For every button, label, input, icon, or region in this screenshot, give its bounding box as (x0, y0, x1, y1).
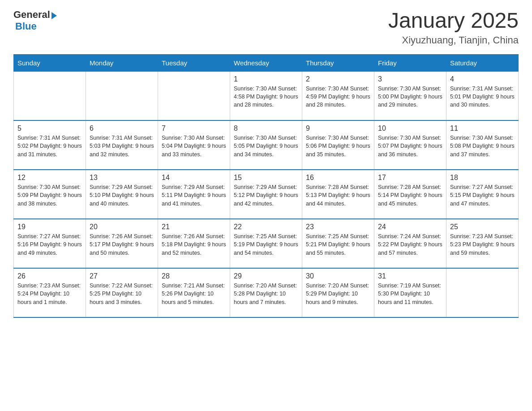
calendar-cell: 3Sunrise: 7:30 AM Sunset: 5:00 PM Daylig… (374, 71, 446, 120)
col-header-saturday: Saturday (446, 54, 519, 71)
calendar-cell: 5Sunrise: 7:31 AM Sunset: 5:02 PM Daylig… (14, 120, 86, 170)
logo-arrow-icon (51, 12, 57, 19)
day-number: 13 (90, 174, 154, 182)
calendar-week-row: 26Sunrise: 7:23 AM Sunset: 5:24 PM Dayli… (14, 268, 519, 317)
calendar-cell: 8Sunrise: 7:30 AM Sunset: 5:05 PM Daylig… (230, 120, 302, 170)
day-info: Sunrise: 7:30 AM Sunset: 5:07 PM Dayligh… (378, 134, 442, 158)
calendar-cell: 1Sunrise: 7:30 AM Sunset: 4:58 PM Daylig… (230, 71, 302, 120)
calendar-week-row: 19Sunrise: 7:27 AM Sunset: 5:16 PM Dayli… (14, 219, 519, 268)
day-number: 16 (306, 174, 370, 182)
calendar-header-row: SundayMondayTuesdayWednesdayThursdayFrid… (14, 54, 519, 71)
day-number: 19 (17, 223, 82, 231)
calendar-week-row: 1Sunrise: 7:30 AM Sunset: 4:58 PM Daylig… (14, 71, 519, 120)
calendar-cell: 22Sunrise: 7:25 AM Sunset: 5:19 PM Dayli… (230, 219, 302, 268)
page-header: General Blue January 2025 Xiyuzhuang, Ti… (13, 9, 519, 46)
day-info: Sunrise: 7:31 AM Sunset: 5:03 PM Dayligh… (90, 134, 154, 158)
day-number: 28 (162, 272, 226, 280)
day-number: 8 (234, 124, 298, 133)
logo-blue-text: Blue (15, 21, 37, 32)
calendar-cell: 6Sunrise: 7:31 AM Sunset: 5:03 PM Daylig… (86, 120, 158, 170)
day-info: Sunrise: 7:22 AM Sunset: 5:25 PM Dayligh… (90, 282, 154, 306)
calendar-cell (86, 71, 158, 120)
day-number: 12 (17, 174, 82, 182)
day-info: Sunrise: 7:30 AM Sunset: 5:05 PM Dayligh… (234, 134, 298, 158)
calendar-cell: 9Sunrise: 7:30 AM Sunset: 5:06 PM Daylig… (302, 120, 374, 170)
day-info: Sunrise: 7:30 AM Sunset: 5:04 PM Dayligh… (162, 134, 226, 158)
day-info: Sunrise: 7:30 AM Sunset: 5:08 PM Dayligh… (450, 134, 515, 158)
day-info: Sunrise: 7:29 AM Sunset: 5:11 PM Dayligh… (162, 183, 226, 207)
day-number: 26 (17, 272, 82, 280)
calendar-cell: 15Sunrise: 7:29 AM Sunset: 5:12 PM Dayli… (230, 170, 302, 219)
calendar-cell: 28Sunrise: 7:21 AM Sunset: 5:26 PM Dayli… (158, 268, 230, 317)
day-info: Sunrise: 7:23 AM Sunset: 5:24 PM Dayligh… (17, 282, 82, 306)
day-number: 22 (234, 223, 298, 231)
calendar-cell: 31Sunrise: 7:19 AM Sunset: 5:30 PM Dayli… (374, 268, 446, 317)
day-info: Sunrise: 7:23 AM Sunset: 5:23 PM Dayligh… (450, 232, 515, 257)
calendar-cell: 20Sunrise: 7:26 AM Sunset: 5:17 PM Dayli… (86, 219, 158, 268)
col-header-wednesday: Wednesday (230, 54, 302, 71)
calendar-cell: 30Sunrise: 7:20 AM Sunset: 5:29 PM Dayli… (302, 268, 374, 317)
day-number: 10 (378, 124, 442, 133)
day-info: Sunrise: 7:25 AM Sunset: 5:19 PM Dayligh… (234, 232, 298, 257)
day-number: 31 (378, 272, 442, 280)
logo: General Blue (13, 9, 57, 32)
calendar-cell: 26Sunrise: 7:23 AM Sunset: 5:24 PM Dayli… (14, 268, 86, 317)
day-number: 4 (450, 75, 515, 83)
day-info: Sunrise: 7:29 AM Sunset: 5:12 PM Dayligh… (234, 183, 298, 207)
day-info: Sunrise: 7:31 AM Sunset: 5:01 PM Dayligh… (450, 85, 515, 109)
day-info: Sunrise: 7:26 AM Sunset: 5:18 PM Dayligh… (162, 232, 226, 257)
calendar-cell: 10Sunrise: 7:30 AM Sunset: 5:07 PM Dayli… (374, 120, 446, 170)
calendar-cell: 14Sunrise: 7:29 AM Sunset: 5:11 PM Dayli… (158, 170, 230, 219)
day-info: Sunrise: 7:19 AM Sunset: 5:30 PM Dayligh… (378, 282, 442, 306)
calendar-cell: 11Sunrise: 7:30 AM Sunset: 5:08 PM Dayli… (446, 120, 519, 170)
day-info: Sunrise: 7:30 AM Sunset: 5:09 PM Dayligh… (17, 183, 82, 207)
col-header-tuesday: Tuesday (158, 54, 230, 71)
calendar-cell (446, 268, 519, 317)
day-info: Sunrise: 7:30 AM Sunset: 4:58 PM Dayligh… (234, 85, 298, 109)
col-header-thursday: Thursday (302, 54, 374, 71)
calendar-cell: 27Sunrise: 7:22 AM Sunset: 5:25 PM Dayli… (86, 268, 158, 317)
calendar-cell: 7Sunrise: 7:30 AM Sunset: 5:04 PM Daylig… (158, 120, 230, 170)
day-info: Sunrise: 7:30 AM Sunset: 4:59 PM Dayligh… (306, 85, 370, 109)
day-number: 15 (234, 174, 298, 182)
day-number: 2 (306, 75, 370, 83)
day-info: Sunrise: 7:25 AM Sunset: 5:21 PM Dayligh… (306, 232, 370, 257)
title-block: January 2025 Xiyuzhuang, Tianjin, China (388, 9, 519, 46)
calendar-cell (14, 71, 86, 120)
day-number: 14 (162, 174, 226, 182)
day-number: 9 (306, 124, 370, 133)
day-info: Sunrise: 7:30 AM Sunset: 5:00 PM Dayligh… (378, 85, 442, 109)
day-number: 21 (162, 223, 226, 231)
day-number: 23 (306, 223, 370, 231)
col-header-friday: Friday (374, 54, 446, 71)
day-info: Sunrise: 7:24 AM Sunset: 5:22 PM Dayligh… (378, 232, 442, 257)
day-number: 5 (17, 124, 82, 133)
day-number: 18 (450, 174, 515, 182)
logo-general-text: General (13, 9, 50, 21)
day-number: 11 (450, 124, 515, 133)
calendar-title: January 2025 (388, 9, 519, 33)
calendar-cell: 23Sunrise: 7:25 AM Sunset: 5:21 PM Dayli… (302, 219, 374, 268)
calendar-cell: 4Sunrise: 7:31 AM Sunset: 5:01 PM Daylig… (446, 71, 519, 120)
day-number: 24 (378, 223, 442, 231)
day-number: 17 (378, 174, 442, 182)
calendar-cell (158, 71, 230, 120)
day-info: Sunrise: 7:28 AM Sunset: 5:14 PM Dayligh… (378, 183, 442, 207)
day-number: 30 (306, 272, 370, 280)
calendar-cell: 18Sunrise: 7:27 AM Sunset: 5:15 PM Dayli… (446, 170, 519, 219)
day-number: 20 (90, 223, 154, 231)
calendar-cell: 21Sunrise: 7:26 AM Sunset: 5:18 PM Dayli… (158, 219, 230, 268)
day-info: Sunrise: 7:27 AM Sunset: 5:15 PM Dayligh… (450, 183, 515, 207)
calendar-cell: 19Sunrise: 7:27 AM Sunset: 5:16 PM Dayli… (14, 219, 86, 268)
day-number: 1 (234, 75, 298, 83)
calendar-cell: 13Sunrise: 7:29 AM Sunset: 5:10 PM Dayli… (86, 170, 158, 219)
day-number: 7 (162, 124, 226, 133)
day-info: Sunrise: 7:31 AM Sunset: 5:02 PM Dayligh… (17, 134, 82, 158)
day-number: 3 (378, 75, 442, 83)
day-number: 27 (90, 272, 154, 280)
col-header-monday: Monday (86, 54, 158, 71)
calendar-cell: 29Sunrise: 7:20 AM Sunset: 5:28 PM Dayli… (230, 268, 302, 317)
calendar-week-row: 5Sunrise: 7:31 AM Sunset: 5:02 PM Daylig… (14, 120, 519, 170)
day-number: 25 (450, 223, 515, 231)
day-info: Sunrise: 7:20 AM Sunset: 5:28 PM Dayligh… (234, 282, 298, 306)
